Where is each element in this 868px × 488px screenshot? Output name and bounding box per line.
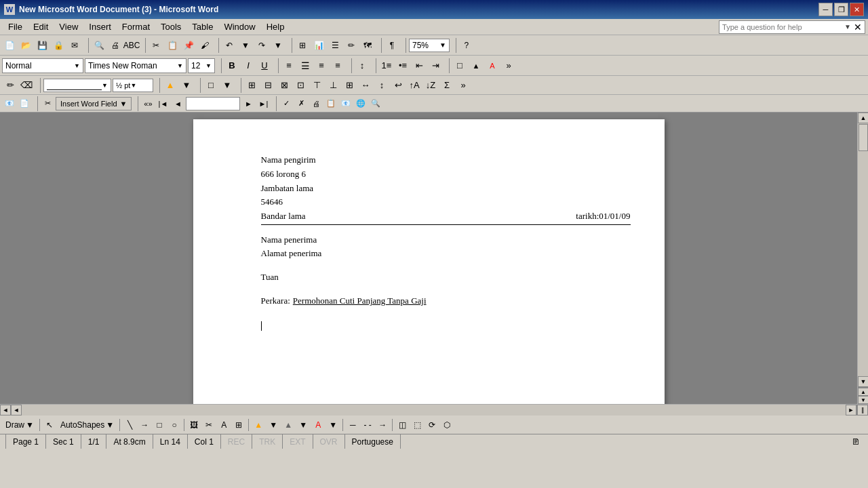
cut-button[interactable]: ✂ bbox=[149, 38, 163, 53]
diagramcycle-button[interactable]: ⟳ bbox=[425, 418, 439, 432]
insert-word-field-button[interactable]: Insert Word Field ▼ bbox=[56, 97, 132, 110]
menu-file[interactable]: File bbox=[3, 20, 28, 33]
numbering-button[interactable]: 1≡ bbox=[379, 58, 394, 73]
scroll-down-button[interactable]: ▼ bbox=[858, 376, 868, 387]
align-center-button[interactable]: ☰ bbox=[298, 58, 313, 73]
mail-btn-7[interactable]: ► bbox=[241, 97, 255, 110]
decrease-indent-button[interactable]: ⇤ bbox=[412, 58, 427, 73]
new-button[interactable]: 📄 bbox=[2, 38, 17, 53]
underline-button[interactable]: U bbox=[257, 58, 272, 73]
mail-btn-11[interactable]: 🖨 bbox=[309, 97, 323, 110]
zoom-box[interactable]: 75% ▼ bbox=[409, 39, 450, 52]
menu-window[interactable]: Window bbox=[218, 20, 260, 33]
align-middle-button[interactable]: ⊥ bbox=[326, 78, 340, 93]
line-tool-button[interactable]: ╲ bbox=[123, 418, 136, 432]
oval-tool-button[interactable]: ○ bbox=[167, 418, 181, 432]
help-search-box[interactable]: ▼ ✕ bbox=[719, 20, 865, 34]
increase-indent-button[interactable]: ⇥ bbox=[428, 58, 443, 73]
mail-btn-13[interactable]: 📧 bbox=[339, 97, 353, 110]
split-cells-button[interactable]: ⊡ bbox=[293, 78, 308, 93]
mail-btn-6[interactable]: ◄ bbox=[171, 97, 184, 110]
scroll-collapse-button[interactable]: ▼ bbox=[858, 396, 868, 404]
hscroll-right-button[interactable]: ► bbox=[846, 405, 856, 415]
paste-button[interactable]: 📌 bbox=[181, 38, 196, 53]
hscroll-left-button[interactable]: ◄ bbox=[0, 405, 11, 415]
help-close-icon[interactable]: ✕ bbox=[854, 22, 862, 33]
arrow-style-button[interactable]: → bbox=[376, 418, 389, 432]
select-arrow-button[interactable]: ↖ bbox=[43, 418, 56, 432]
border-color-button[interactable]: ▲ bbox=[163, 78, 178, 93]
mail-btn-3[interactable]: ✂ bbox=[41, 97, 54, 110]
redo-dropdown[interactable]: ▼ bbox=[271, 38, 285, 53]
sort-desc-button[interactable]: ↓Z bbox=[423, 78, 438, 93]
permission-button[interactable]: 🔒 bbox=[51, 38, 66, 53]
table-direction-button[interactable]: ↩ bbox=[391, 78, 406, 93]
redo-button[interactable]: ↷ bbox=[254, 38, 269, 53]
border-dropdown[interactable]: ▼ bbox=[179, 78, 194, 93]
italic-button[interactable]: I bbox=[241, 58, 256, 73]
insert-rows-button[interactable]: ⊞ bbox=[244, 78, 259, 93]
undo-dropdown[interactable]: ▼ bbox=[238, 38, 253, 53]
menu-view[interactable]: View bbox=[54, 20, 83, 33]
border-button[interactable]: □ bbox=[452, 58, 467, 73]
align-right-button[interactable]: ≡ bbox=[314, 58, 329, 73]
font-dropdown[interactable]: Times New Roman ▼ bbox=[85, 58, 186, 73]
draw-menu[interactable]: Draw ▼ bbox=[3, 420, 37, 430]
table-autoformat-button[interactable]: ⊞ bbox=[342, 78, 357, 93]
vertical-scrollbar[interactable]: ▲ ▼ ▲ ▼ bbox=[857, 113, 868, 404]
align-top-button[interactable]: ⊤ bbox=[309, 78, 324, 93]
line-color-dropdown[interactable]: ▼ bbox=[296, 418, 310, 432]
mail-btn-4[interactable]: «» bbox=[141, 97, 155, 110]
line-spacing-button[interactable]: ↕ bbox=[355, 58, 370, 73]
insert-org-button[interactable]: ⊞ bbox=[232, 418, 245, 432]
delete-rows-button[interactable]: ⊟ bbox=[260, 78, 275, 93]
font-color-button[interactable]: A bbox=[485, 58, 500, 73]
eraser-button[interactable]: ⌫ bbox=[19, 78, 34, 93]
shading-dropdown[interactable]: ▼ bbox=[220, 78, 235, 93]
open-button[interactable]: 📂 bbox=[18, 38, 33, 53]
size-dropdown[interactable]: 12 ▼ bbox=[188, 58, 215, 73]
help-dropdown-arrow[interactable]: ▼ bbox=[842, 23, 854, 30]
help-search-input[interactable] bbox=[719, 23, 842, 31]
style-dropdown[interactable]: Normal ▼ bbox=[2, 58, 83, 73]
fill-color-button[interactable]: ▲ bbox=[252, 418, 265, 432]
close-button[interactable]: ✕ bbox=[850, 3, 864, 16]
email-button[interactable]: ✉ bbox=[67, 38, 82, 53]
split-button[interactable]: ‖ bbox=[857, 405, 868, 415]
scrollbar-thumb[interactable] bbox=[859, 124, 868, 151]
arrow-tool-button[interactable]: → bbox=[138, 418, 151, 432]
minimize-button[interactable]: ─ bbox=[818, 3, 833, 16]
more-table-button[interactable]: » bbox=[456, 78, 471, 93]
drawing-button[interactable]: ✏ bbox=[344, 38, 359, 53]
networkdiag-button[interactable]: ⬡ bbox=[440, 418, 454, 432]
status-icon[interactable]: 🖹 bbox=[849, 435, 863, 449]
mail-btn-9[interactable]: ✓ bbox=[279, 97, 293, 110]
show-hide-button[interactable]: ¶ bbox=[384, 38, 399, 53]
insert-wordart-button[interactable]: A bbox=[217, 418, 231, 432]
copy-button[interactable]: 📋 bbox=[165, 38, 180, 53]
mail-btn-15[interactable]: 🔍 bbox=[369, 97, 382, 110]
menu-format[interactable]: Format bbox=[117, 20, 155, 33]
mail-btn-10[interactable]: ✗ bbox=[294, 97, 308, 110]
docmap-button[interactable]: 🗺 bbox=[360, 38, 375, 53]
insert-excel-button[interactable]: 📊 bbox=[311, 38, 326, 53]
scroll-up-button[interactable]: ▲ bbox=[858, 113, 868, 123]
distribute-rows-button[interactable]: ↕ bbox=[374, 78, 389, 93]
mail-btn-5[interactable]: |◄ bbox=[156, 97, 170, 110]
print-preview-button[interactable]: 🔍 bbox=[92, 38, 106, 53]
mail-btn-12[interactable]: 📋 bbox=[324, 97, 338, 110]
autosum-button[interactable]: Σ bbox=[439, 78, 454, 93]
line-style-dropdown[interactable]: ▼ bbox=[43, 79, 111, 92]
zoom-dropdown-arrow[interactable]: ▼ bbox=[439, 41, 446, 49]
more-button[interactable]: » bbox=[501, 58, 516, 73]
insert-table-button[interactable]: ⊞ bbox=[295, 38, 310, 53]
insert-clipart-button[interactable]: ✂ bbox=[202, 418, 216, 432]
font-color-draw-button[interactable]: A bbox=[311, 418, 325, 432]
menu-help[interactable]: Help bbox=[261, 20, 290, 33]
menu-edit[interactable]: Edit bbox=[28, 20, 54, 33]
undo-button[interactable]: ↶ bbox=[222, 38, 237, 53]
draw-table-button[interactable]: ✏ bbox=[3, 78, 18, 93]
highlight-button[interactable]: ▲ bbox=[469, 58, 484, 73]
hscroll-track[interactable] bbox=[22, 405, 846, 415]
dash-style-button[interactable]: - - bbox=[361, 418, 374, 432]
